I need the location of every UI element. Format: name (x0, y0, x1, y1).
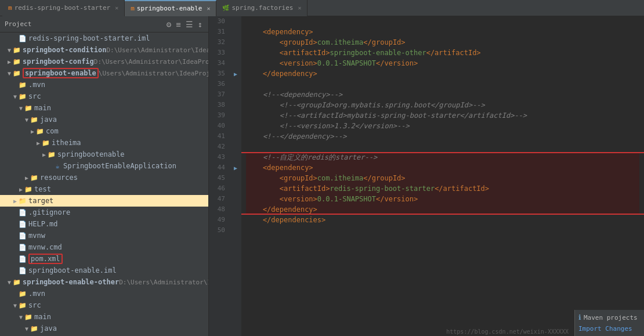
tab-close-springboot[interactable]: ✕ (207, 5, 210, 12)
tree-file-icon: 📄 (19, 266, 27, 274)
tree-label: redis-spring-boot-starter.iml (28, 34, 150, 42)
tree-file-icon: 📁 (48, 150, 56, 158)
tree-arrow: ▼ (23, 326, 30, 332)
sidebar-tree[interactable]: 📄redis-spring-boot-starter.iml▼📁springbo… (0, 32, 208, 336)
tree-arrow: ▶ (6, 59, 13, 65)
tree-label: springboot-enable (23, 68, 99, 78)
code-line: </dependency> (246, 68, 639, 79)
main-area: Project ⚙ ≡ ☰ ↕ 📄redis-spring-boot-start… (0, 16, 644, 336)
tree-label: springboot-config (23, 57, 94, 66)
tree-item[interactable]: ▼📁java (0, 114, 208, 125)
tree-item[interactable]: 📄.gitignore (0, 207, 208, 218)
tree-file-icon: 📁 (13, 69, 21, 77)
tree-item[interactable]: ▼📁main (0, 102, 208, 114)
tree-arrow: ▼ (23, 117, 30, 123)
code-line: <groupId>com.itheima</groupId> (246, 37, 639, 48)
value-part: 0.0.1-SNAPSHOT (317, 195, 376, 203)
line-number: 35 (211, 68, 227, 79)
tree-extra: D:\Users\Administrator\IdeaProje (94, 58, 208, 66)
line-number: 36 (211, 79, 227, 89)
tree-item[interactable]: 📄springboot-enable.iml (0, 265, 208, 276)
gutter-cell: ▶ (230, 162, 241, 173)
comment-text: <!--自定义的redis的starter--> (246, 153, 377, 161)
line-number: 34 (211, 58, 227, 68)
maven-projects-label: Maven projects (584, 314, 638, 321)
tree-item[interactable]: ▼📁src (0, 299, 208, 311)
tree-item[interactable]: 📄mvnw.cmd (0, 241, 208, 253)
tree-item[interactable]: ▼📁src (0, 91, 208, 102)
tree-label: .gitignore (28, 208, 70, 216)
tree-arrow: ▶ (23, 175, 30, 181)
tree-item[interactable]: 📄mvnw (0, 230, 208, 241)
code-line: </dependency> (246, 204, 639, 215)
sidebar-icon-list[interactable]: ≡ (175, 20, 182, 29)
tree-label: main (34, 313, 51, 321)
tree-extra: D:\Users\Administrator\Idea (119, 279, 208, 286)
tree-file-icon: 📄 (19, 34, 27, 42)
tree-item[interactable]: ▶📁com (0, 125, 208, 137)
tab-springboot-enable[interactable]: m springboot-enable ✕ (125, 0, 216, 16)
tree-item[interactable]: ▼📁springboot-enable \Users\Administrator… (0, 67, 208, 79)
tag-part: </groupId> (363, 174, 405, 182)
tree-item[interactable]: ▶📁springboot-config D:\Users\Administrat… (0, 56, 208, 67)
tree-file-icon: 📁 (19, 301, 27, 309)
tree-arrow: ▶ (29, 128, 36, 135)
code-line: <!--<artifactId>mybatis-spring-boot-star… (246, 110, 639, 121)
tree-item[interactable]: ▼📁main (0, 311, 208, 323)
tree-item[interactable]: 📄HELP.md (0, 218, 208, 230)
tag-part: </groupId> (363, 38, 405, 46)
tab-close-factories[interactable]: ✕ (298, 5, 301, 11)
line-number: 43 (211, 152, 227, 162)
tree-item[interactable]: ▼📁springboot-enable-other D:\Users\Admin… (0, 276, 208, 288)
gutter-arrow: ▶ (234, 165, 237, 171)
gutter-cell (230, 79, 241, 89)
tree-item[interactable]: ▶📁springbootenable (0, 149, 208, 160)
tree-item[interactable]: 📁.mvn (0, 288, 208, 299)
tree-file-icon: 📁 (19, 290, 27, 298)
tree-extra: D:\Users\Administrator\IdeaPr (107, 46, 209, 54)
tree-item[interactable]: 📄redis-spring-boot-starter.iml (0, 32, 208, 44)
tree-item[interactable]: 📁.mvn (0, 79, 208, 91)
sidebar-icons: ⚙ ≡ ☰ ↕ (165, 20, 204, 29)
tag-text: <dependency> (246, 28, 313, 36)
tree-file-icon: 📁 (30, 324, 38, 333)
tree-arrow: ▶ (17, 186, 24, 193)
tree-item[interactable]: ▼📁springboot-condition D:\Users\Administ… (0, 44, 208, 56)
maven-info-icon: ℹ (578, 313, 581, 321)
code-line: <artifactId>redis-spring-boot-starter</a… (246, 183, 639, 194)
tree-item[interactable]: ▶📁test (0, 183, 208, 195)
tree-file-icon: 📁 (30, 115, 38, 124)
tab-redis-spring-boot-starter[interactable]: m redis-spring-boot-starter ✕ (2, 0, 125, 16)
comment-text: <!--<groupId>org.mybatis.spring.boot</gr… (246, 101, 485, 109)
code-line: <version>0.0.1-SNAPSHOT</version> (246, 194, 639, 204)
value-part: 0.0.1-SNAPSHOT (317, 59, 376, 67)
tree-file-icon: ☕ (53, 162, 61, 170)
sidebar-icon-sort[interactable]: ↕ (197, 20, 204, 29)
tab-close-redis[interactable]: ✕ (115, 5, 118, 11)
tree-item[interactable]: ▶📁resources (0, 172, 208, 183)
tree-item[interactable]: 📄pom.xml (0, 253, 208, 265)
tab-spring-factories[interactable]: 🌿 spring.factories ✕ (216, 0, 307, 16)
code-line: <!--</dependency>--> (246, 131, 639, 142)
tree-item[interactable]: ☕SpringbootEnableApplication (0, 160, 208, 172)
tree-item[interactable]: ▶📁itheima (0, 137, 208, 149)
tree-label: springboot-condition (23, 46, 107, 54)
code-area[interactable]: <dependency> <groupId>com.itheima</group… (241, 16, 644, 336)
line-number: 40 (211, 121, 227, 131)
line-number: 42 (211, 142, 227, 152)
line-number: 45 (211, 173, 227, 183)
tree-file-icon: 📁 (19, 81, 27, 89)
code-line (246, 142, 639, 152)
tree-file-icon: 📁 (19, 197, 27, 205)
tree-label: springboot-enable-other (23, 278, 119, 286)
sidebar-icon-settings[interactable]: ⚙ (165, 20, 172, 29)
tag-text: <dependency> (246, 164, 313, 172)
tag-text: </dependency> (246, 70, 317, 78)
tree-item[interactable]: ▼📁java (0, 323, 208, 334)
sidebar-icon-menu[interactable]: ☰ (184, 20, 194, 29)
tree-file-icon: 📁 (24, 185, 32, 193)
line-numbers: 3031323334353637383940414243444546474849… (209, 16, 230, 336)
import-changes-link[interactable]: Import Changes (578, 325, 632, 333)
code-line (246, 79, 639, 89)
tree-item[interactable]: ▶📁target (0, 195, 208, 207)
